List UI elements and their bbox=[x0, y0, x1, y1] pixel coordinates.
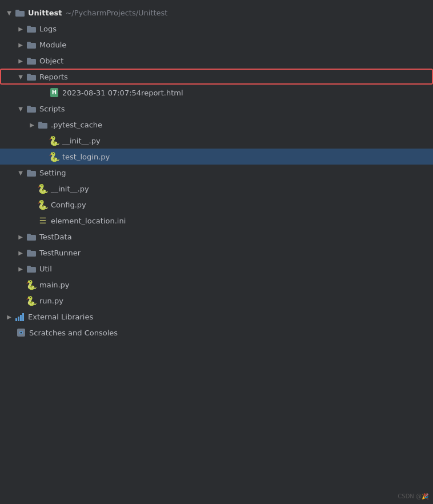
module-folder-icon bbox=[26, 39, 37, 50]
util-label: Util bbox=[39, 265, 52, 273]
svg-rect-21 bbox=[27, 266, 31, 268]
svg-rect-23 bbox=[18, 317, 19, 321]
root-path-label: ~/PycharmProjects/Unittest bbox=[65, 9, 167, 17]
util-folder-icon bbox=[26, 263, 37, 274]
setting-folder-icon bbox=[26, 167, 37, 178]
tree-item-setting-init[interactable]: 🐍 __init__.py bbox=[0, 181, 433, 197]
svg-rect-11 bbox=[27, 106, 31, 108]
testrunner-folder-icon bbox=[26, 247, 37, 258]
tree-item-testrunner[interactable]: ▶ TestRunner bbox=[0, 245, 433, 261]
tree-item-external-libraries[interactable]: ▶ External Libraries bbox=[0, 309, 433, 325]
python-file-icon-setting-init: 🐍 bbox=[38, 183, 48, 194]
tree-item-run[interactable]: 🐍 run.py bbox=[0, 293, 433, 309]
testdata-folder-icon bbox=[26, 231, 37, 242]
scratches-label: Scratches and Consoles bbox=[29, 329, 118, 337]
expand-arrow-reports[interactable]: ▼ bbox=[16, 72, 25, 81]
expand-arrow-setting[interactable]: ▼ bbox=[16, 168, 25, 177]
ini-file-icon: ☰ bbox=[38, 215, 48, 226]
tree-item-scripts[interactable]: ▼ Scripts bbox=[0, 101, 433, 117]
expand-arrow-module[interactable]: ▶ bbox=[16, 40, 25, 49]
tree-item-root[interactable]: ▼ Unittest ~/PycharmProjects/Unittest bbox=[0, 5, 433, 21]
scripts-init-label: __init__.py bbox=[62, 137, 101, 145]
svg-rect-3 bbox=[27, 26, 31, 28]
scratches-icon bbox=[16, 327, 26, 338]
testrunner-label: TestRunner bbox=[39, 249, 81, 257]
logs-folder-icon bbox=[26, 23, 37, 34]
run-label: run.py bbox=[39, 297, 63, 305]
expand-arrow-testdata[interactable]: ▶ bbox=[16, 232, 25, 241]
object-label: Object bbox=[39, 57, 63, 65]
tree-item-scratches[interactable]: Scratches and Consoles bbox=[0, 325, 433, 341]
tree-item-util[interactable]: ▶ Util bbox=[0, 261, 433, 277]
logs-label: Logs bbox=[39, 25, 57, 33]
root-folder-label: Unittest bbox=[28, 9, 62, 17]
object-folder-icon bbox=[26, 55, 37, 66]
svg-rect-9 bbox=[27, 74, 31, 76]
pytest-folder-icon bbox=[38, 119, 48, 130]
tree-item-object[interactable]: ▶ Object bbox=[0, 53, 433, 69]
python-file-icon-config: 🐍 bbox=[38, 199, 48, 210]
scripts-folder-icon bbox=[26, 103, 37, 114]
expand-arrow-root[interactable]: ▼ bbox=[5, 8, 14, 17]
tree-item-test-login[interactable]: 🐍 test_login.py bbox=[0, 149, 433, 165]
reports-folder-icon bbox=[26, 71, 37, 82]
expand-arrow-object[interactable]: ▶ bbox=[16, 56, 25, 65]
tree-item-main[interactable]: 🐍 main.py bbox=[0, 277, 433, 293]
tree-item-pytest-cache[interactable]: ▶ .pytest_cache bbox=[0, 117, 433, 133]
project-tree: ▼ Unittest ~/PycharmProjects/Unittest ▶ … bbox=[0, 0, 433, 345]
external-libraries-label: External Libraries bbox=[28, 313, 93, 321]
svg-rect-15 bbox=[27, 170, 31, 172]
tree-item-setting[interactable]: ▼ Setting bbox=[0, 165, 433, 181]
svg-rect-5 bbox=[27, 42, 31, 44]
svg-rect-17 bbox=[27, 234, 31, 236]
expand-arrow-external[interactable]: ▶ bbox=[5, 312, 14, 321]
test-login-label: test_login.py bbox=[62, 153, 110, 161]
svg-rect-1 bbox=[15, 10, 19, 12]
expand-arrow-testrunner[interactable]: ▶ bbox=[16, 248, 25, 257]
svg-rect-13 bbox=[38, 122, 42, 124]
main-label: main.py bbox=[39, 281, 70, 289]
external-libraries-icon bbox=[15, 311, 25, 322]
svg-rect-22 bbox=[15, 318, 17, 321]
expand-arrow-pytest[interactable]: ▶ bbox=[27, 120, 37, 129]
testdata-label: TestData bbox=[39, 233, 72, 241]
tree-item-config[interactable]: 🐍 Config.py bbox=[0, 197, 433, 213]
svg-rect-7 bbox=[27, 58, 31, 60]
expand-arrow-scripts[interactable]: ▼ bbox=[16, 104, 25, 113]
root-folder-icon bbox=[15, 7, 25, 18]
scripts-label: Scripts bbox=[39, 105, 65, 113]
expand-arrow-util[interactable]: ▶ bbox=[16, 264, 25, 273]
config-label: Config.py bbox=[51, 201, 86, 209]
element-location-label: element_location.ini bbox=[51, 217, 126, 225]
python-file-icon-main: 🐍 bbox=[26, 279, 37, 290]
setting-init-label: __init__.py bbox=[51, 185, 89, 193]
report-html-label: 2023-08-31 07:07:54report.html bbox=[62, 89, 183, 97]
tree-item-element-location[interactable]: ☰ element_location.ini bbox=[0, 213, 433, 229]
tree-item-report-html[interactable]: H 2023-08-31 07:07:54report.html bbox=[0, 85, 433, 101]
module-label: Module bbox=[39, 41, 66, 49]
tree-item-testdata[interactable]: ▶ TestData bbox=[0, 229, 433, 245]
python-file-icon-scripts-init: 🐍 bbox=[49, 135, 59, 146]
tree-item-reports[interactable]: ▼ Reports bbox=[0, 69, 433, 85]
watermark: CSDN @🎉 bbox=[398, 493, 428, 499]
setting-label: Setting bbox=[39, 169, 66, 177]
python-file-icon-test-login: 🐍 bbox=[49, 151, 59, 162]
tree-item-scripts-init[interactable]: 🐍 __init__.py bbox=[0, 133, 433, 149]
pytest-label: .pytest_cache bbox=[51, 121, 102, 129]
reports-label: Reports bbox=[39, 73, 68, 81]
expand-arrow-logs[interactable]: ▶ bbox=[16, 24, 25, 33]
python-file-icon-run: 🐍 bbox=[26, 295, 37, 306]
svg-rect-25 bbox=[22, 313, 24, 321]
tree-item-module[interactable]: ▶ Module bbox=[0, 37, 433, 53]
svg-rect-24 bbox=[20, 315, 22, 321]
svg-rect-19 bbox=[27, 250, 31, 252]
tree-item-logs[interactable]: ▶ Logs bbox=[0, 21, 433, 37]
html-file-icon: H bbox=[49, 87, 59, 98]
svg-point-28 bbox=[21, 332, 22, 334]
